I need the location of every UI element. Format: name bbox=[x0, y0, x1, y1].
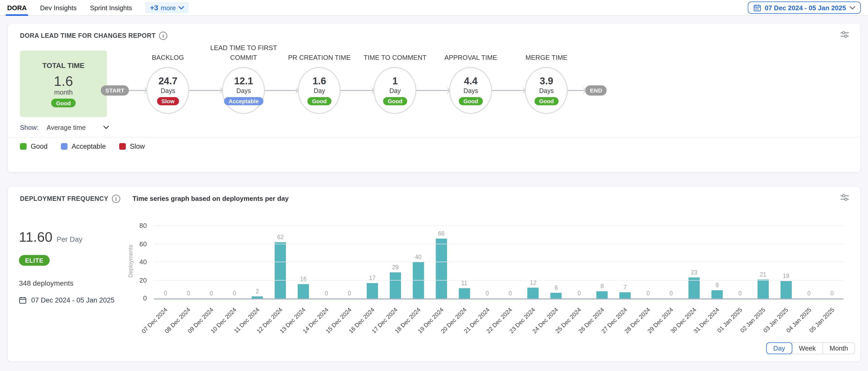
calendar-icon bbox=[19, 296, 27, 304]
lead-time-card: DORA LEAD TIME FOR CHANGES REPORT i TOTA… bbox=[7, 23, 861, 173]
tab-list: DORADev InsightsSprint Insights bbox=[7, 0, 145, 15]
toggle-week[interactable]: Week bbox=[792, 342, 823, 354]
bar-slot: 9 bbox=[706, 226, 728, 298]
deployment-bar bbox=[528, 288, 539, 298]
chart-subtitle: Time series graph based on deployments p… bbox=[132, 195, 289, 202]
legend-swatch bbox=[119, 143, 126, 150]
stage-circle: 24.7DaysSlow bbox=[147, 67, 189, 114]
info-icon[interactable]: i bbox=[112, 195, 120, 203]
bar-slot: 0 bbox=[338, 226, 361, 298]
stage-lead-time-to-first-commit: LEAD TIME TO FIRST COMMIT12.1DaysAccepta… bbox=[222, 67, 265, 114]
stage-circle: 3.9DaysGood bbox=[525, 67, 568, 114]
bar-slot: 17 bbox=[361, 226, 384, 298]
stage-time-to-comment: TIME TO COMMENT1DayGood bbox=[374, 67, 416, 114]
bar-slot: 19 bbox=[775, 226, 798, 298]
bar-slot: 0 bbox=[568, 226, 591, 298]
show-dropdown[interactable]: Show: Average time bbox=[20, 124, 109, 131]
legend-item-acceptable: Acceptable bbox=[61, 142, 106, 150]
bar-value-label: 0 bbox=[325, 290, 328, 296]
chevron-down-icon bbox=[849, 6, 855, 9]
flow-arrow bbox=[568, 90, 585, 91]
rate-value: 11.60 bbox=[19, 230, 53, 245]
deployment-bar bbox=[275, 242, 286, 298]
stage-status-badge: Good bbox=[307, 97, 331, 105]
stage-status-badge: Good bbox=[459, 97, 483, 105]
granularity-toggle: DayWeekMonth bbox=[766, 342, 855, 354]
flow-end-pill: END bbox=[585, 85, 607, 96]
stats-date-range: 07 Dec 2024 - 05 Jan 2025 bbox=[19, 296, 115, 304]
date-range-picker[interactable]: 07 Dec 2024 - 05 Jan 2025 bbox=[748, 2, 861, 14]
stage-value: 12.1 bbox=[234, 76, 253, 86]
stage-title: APPROVAL TIME bbox=[435, 53, 507, 62]
tab-dev-insights[interactable]: Dev Insights bbox=[40, 0, 77, 15]
deployment-bar bbox=[413, 262, 424, 298]
bar-value-label: 0 bbox=[670, 290, 673, 296]
rate-unit: Per Day bbox=[57, 235, 82, 243]
gridline bbox=[154, 262, 843, 262]
gridline bbox=[154, 225, 843, 226]
plot-area: 0000262160017294066110012608700239021190… bbox=[154, 226, 843, 299]
sliders-icon[interactable] bbox=[840, 31, 849, 38]
chevron-down-icon bbox=[179, 6, 184, 9]
deployment-bar bbox=[298, 284, 309, 298]
bar-slots: 0000262160017294066110012608700239021190… bbox=[154, 226, 843, 298]
deployment-bar bbox=[551, 293, 562, 298]
bar-value-label: 23 bbox=[691, 269, 698, 275]
calendar-icon bbox=[753, 4, 761, 11]
bar-slot: 0 bbox=[637, 226, 659, 298]
deployments-bar-chart: Deployments 0000262160017294066110012608… bbox=[122, 207, 844, 345]
bar-slot: 2 bbox=[246, 226, 269, 298]
bar-value-label: 0 bbox=[509, 290, 512, 296]
legend-label: Slow bbox=[130, 142, 145, 150]
top-tab-bar: DORADev InsightsSprint Insights +3 more … bbox=[0, 0, 868, 16]
dashboard: DORADev InsightsSprint Insights +3 more … bbox=[0, 0, 868, 371]
flow-arrow bbox=[492, 90, 525, 91]
bar-value-label: 0 bbox=[647, 290, 650, 296]
stage-circle: 12.1DaysAcceptable bbox=[222, 67, 265, 114]
stage-unit: Days bbox=[539, 87, 554, 94]
toggle-month[interactable]: Month bbox=[823, 342, 855, 354]
flow-start-pill: START bbox=[101, 85, 129, 96]
bar-slot: 6 bbox=[545, 226, 568, 298]
bar-value-label: 40 bbox=[415, 254, 422, 260]
chevron-down-icon bbox=[103, 126, 109, 129]
bar-slot: 0 bbox=[223, 226, 246, 298]
deployment-bar bbox=[459, 289, 470, 298]
tab-sprint-insights[interactable]: Sprint Insights bbox=[90, 0, 132, 15]
stage-unit: Day bbox=[389, 87, 401, 94]
bar-slot: 7 bbox=[614, 226, 637, 298]
deployment-bar bbox=[780, 281, 792, 298]
status-legend: GoodAcceptableSlow bbox=[20, 142, 145, 150]
tab-dora[interactable]: DORA bbox=[7, 0, 27, 15]
lead-time-title-text: DORA LEAD TIME FOR CHANGES REPORT bbox=[20, 32, 155, 39]
deployment-bar bbox=[390, 272, 401, 298]
bar-slot: 66 bbox=[430, 226, 453, 298]
bar-slot: 0 bbox=[798, 226, 821, 298]
stage-value: 1 bbox=[392, 76, 398, 86]
stage-pr-creation-time: PR CREATION TIME1.6DayGood bbox=[298, 67, 341, 114]
stage-value: 24.7 bbox=[159, 76, 178, 86]
bar-value-label: 0 bbox=[738, 290, 742, 296]
elite-tier-badge: ELITE bbox=[19, 255, 50, 266]
deployment-bar bbox=[757, 279, 769, 298]
show-selected-value: Average time bbox=[46, 124, 86, 131]
bar-value-label: 6 bbox=[554, 285, 558, 291]
stage-circle: 1.6DayGood bbox=[298, 67, 341, 114]
gridline bbox=[154, 243, 843, 244]
legend-label: Acceptable bbox=[72, 142, 106, 150]
bar-value-label: 0 bbox=[830, 290, 834, 296]
info-icon[interactable]: i bbox=[159, 32, 167, 40]
y-axis-tick: 80 bbox=[126, 222, 147, 230]
bar-slot: 0 bbox=[177, 226, 200, 298]
stage-value: 1.6 bbox=[312, 76, 326, 86]
stage-backlog: BACKLOG24.7DaysSlow bbox=[147, 67, 189, 114]
stage-title: PR CREATION TIME bbox=[284, 53, 355, 62]
legend-divider bbox=[8, 137, 860, 137]
sliders-icon[interactable] bbox=[840, 194, 849, 201]
more-tabs-button[interactable]: +3 more bbox=[145, 2, 188, 13]
bar-value-label: 0 bbox=[210, 290, 213, 296]
stage-unit: Day bbox=[314, 87, 325, 94]
show-label: Show: bbox=[20, 124, 38, 131]
toggle-day[interactable]: Day bbox=[766, 342, 792, 354]
y-axis-tick: 40 bbox=[126, 258, 147, 266]
